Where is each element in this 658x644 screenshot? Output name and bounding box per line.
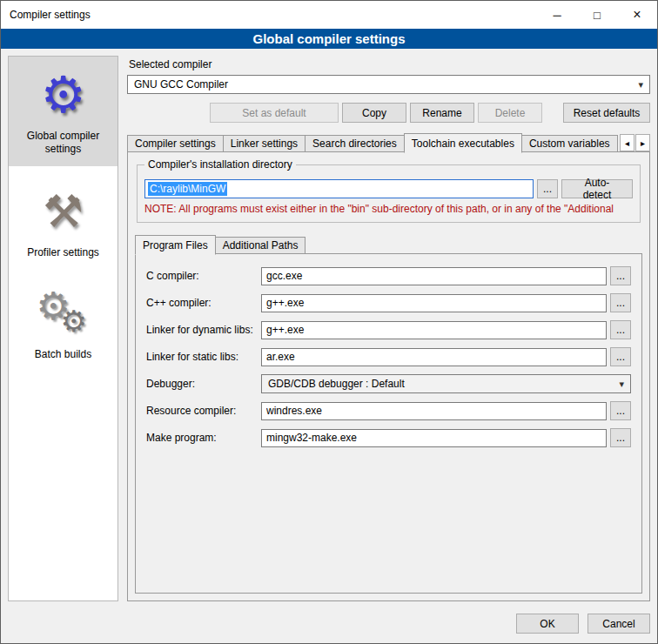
dynamic-linker-browse-button[interactable]: ... [610, 320, 631, 339]
installation-directory-input[interactable]: C:\raylib\MinGW [144, 179, 534, 198]
close-button[interactable]: × [617, 1, 657, 29]
cpp-compiler-browse-button[interactable]: ... [610, 293, 631, 312]
compiler-select[interactable]: GNU GCC Compiler ▾ [127, 75, 650, 94]
tab-search-directories[interactable]: Search directories [305, 135, 405, 152]
icon-box: ⚒ [12, 184, 114, 239]
chevron-down-icon: ▾ [619, 379, 624, 390]
dialog-header-title: Global compiler settings [252, 31, 405, 46]
tab-additional-paths[interactable]: Additional Paths [215, 237, 306, 254]
resource-compiler-label: Resource compiler: [146, 405, 261, 417]
debugger-select-value: GDB/CDB debugger : Default [268, 378, 614, 390]
tab-linker-settings[interactable]: Linker settings [223, 135, 306, 152]
rename-button[interactable]: Rename [410, 103, 474, 123]
sidebar-item-label: Global compiler settings [16, 130, 111, 156]
set-as-default-button[interactable]: Set as default [210, 103, 339, 123]
static-linker-input[interactable] [261, 348, 607, 366]
dialog-footer: OK Cancel [1, 608, 657, 643]
toolchain-executables-panel: Compiler's installation directory C:\ray… [127, 151, 650, 601]
c-compiler-browse-button[interactable]: ... [610, 266, 631, 285]
sidebar-item-label: Profiler settings [16, 246, 111, 259]
sidebar-item-label: Batch builds [16, 348, 111, 361]
cancel-button[interactable]: Cancel [588, 614, 650, 634]
delete-button[interactable]: Delete [478, 103, 542, 123]
gear-icon: ⚙ [41, 70, 86, 120]
hammer-icon: ⚒ [43, 189, 84, 234]
arrow-right-icon: ▸ [641, 138, 645, 148]
sidebar-item-profiler-settings[interactable]: ⚒ Profiler settings [9, 173, 118, 270]
static-linker-browse-button[interactable]: ... [610, 347, 631, 366]
note-text: NOTE: All programs must exist either in … [144, 203, 633, 215]
static-linker-label: Linker for static libs: [146, 351, 261, 363]
make-program-input[interactable] [261, 429, 607, 447]
selected-compiler-label: Selected compiler [129, 58, 650, 70]
titlebar[interactable]: Compiler settings ─ □ × [1, 1, 657, 29]
close-icon: × [633, 7, 641, 23]
form-row: Make program: ... [146, 428, 631, 447]
arrow-left-icon: ◂ [625, 138, 629, 148]
field-control: GDB/CDB debugger : Default ▾ [261, 374, 631, 393]
dynamic-linker-input[interactable] [261, 321, 607, 339]
programs-subsection: Program Files Additional Paths C compile… [135, 235, 642, 594]
chevron-down-icon: ▾ [638, 79, 643, 91]
installation-directory-group: Compiler's installation directory C:\ray… [137, 164, 641, 223]
dialog-header: Global compiler settings [1, 29, 657, 49]
sidebar-item-batch-builds[interactable]: ⚙ ⚙ Batch builds [9, 277, 118, 372]
compiler-actions: Set as default Copy Rename Delete Reset … [127, 103, 650, 123]
form-row: Linker for static libs: ... [146, 347, 631, 366]
caption-buttons: ─ □ × [537, 1, 657, 29]
resource-compiler-browse-button[interactable]: ... [610, 401, 631, 420]
category-sidebar: ⚙ Global compiler settings ⚒ Profiler se… [8, 56, 118, 601]
form-row: Resource compiler: ... [146, 401, 631, 420]
reset-defaults-button[interactable]: Reset defaults [563, 103, 650, 123]
tab-toolchain-executables[interactable]: Toolchain executables [404, 133, 522, 153]
installation-directory-row: C:\raylib\MinGW ... Auto-detect [144, 179, 633, 198]
field-control: ... [261, 428, 631, 447]
settings-tabbar: Compiler settings Linker settings Search… [127, 133, 650, 152]
program-files-panel: C compiler: ... C++ compiler: ... [135, 253, 642, 594]
c-compiler-label: C compiler: [146, 270, 261, 282]
tab-compiler-settings[interactable]: Compiler settings [127, 135, 224, 152]
form-row: C++ compiler: ... [146, 293, 631, 312]
field-control: ... [261, 293, 631, 312]
form-row: Linker for dynamic libs: ... [146, 320, 631, 339]
debugger-label: Debugger: [146, 378, 261, 390]
copy-button[interactable]: Copy [342, 103, 406, 123]
tab-program-files[interactable]: Program Files [135, 235, 216, 255]
cpp-compiler-label: C++ compiler: [146, 297, 261, 309]
resource-compiler-input[interactable] [261, 402, 607, 420]
form-row: C compiler: ... [146, 266, 631, 285]
field-control: ... [261, 320, 631, 339]
debugger-select[interactable]: GDB/CDB debugger : Default ▾ [261, 374, 631, 393]
dynamic-linker-label: Linker for dynamic libs: [146, 324, 261, 336]
auto-detect-button[interactable]: Auto-detect [561, 179, 633, 198]
field-control: ... [261, 347, 631, 366]
ok-button[interactable]: OK [516, 614, 579, 634]
compiler-select-value: GNU GCC Compiler [134, 78, 633, 91]
tab-custom-variables[interactable]: Custom variables [521, 135, 618, 152]
sidebar-item-global-compiler-settings[interactable]: ⚙ Global compiler settings [9, 57, 118, 166]
form-row: Debugger: GDB/CDB debugger : Default ▾ [146, 374, 631, 393]
minimize-icon: ─ [553, 9, 561, 22]
field-control: ... [261, 401, 631, 420]
make-program-label: Make program: [146, 432, 261, 444]
make-program-browse-button[interactable]: ... [610, 428, 631, 447]
cpp-compiler-input[interactable] [261, 294, 607, 312]
main-area: Selected compiler GNU GCC Compiler ▾ Set… [127, 56, 650, 601]
minimize-button[interactable]: ─ [537, 1, 577, 29]
programs-tabbar: Program Files Additional Paths [135, 235, 642, 254]
installation-directory-value: C:\raylib\MinGW [148, 182, 227, 196]
gears-icon-small: ⚙ [61, 306, 87, 336]
tab-scroll-right-button[interactable]: ▸ [635, 134, 650, 151]
tab-scroll-controls: ◂ ▸ [618, 134, 650, 151]
compiler-settings-window: Compiler settings ─ □ × Global compiler … [0, 0, 658, 644]
icon-box: ⚙ ⚙ [33, 287, 94, 341]
tab-scroll-left-button[interactable]: ◂ [620, 134, 634, 151]
c-compiler-input[interactable] [261, 267, 607, 285]
window-title: Compiler settings [1, 9, 537, 21]
installation-directory-group-title: Compiler's installation directory [144, 158, 296, 171]
browse-directory-button[interactable]: ... [537, 179, 558, 198]
maximize-icon: □ [594, 9, 601, 22]
dialog-body: ⚙ Global compiler settings ⚒ Profiler se… [1, 49, 657, 608]
field-control: ... [261, 266, 631, 285]
maximize-button[interactable]: □ [577, 1, 617, 29]
